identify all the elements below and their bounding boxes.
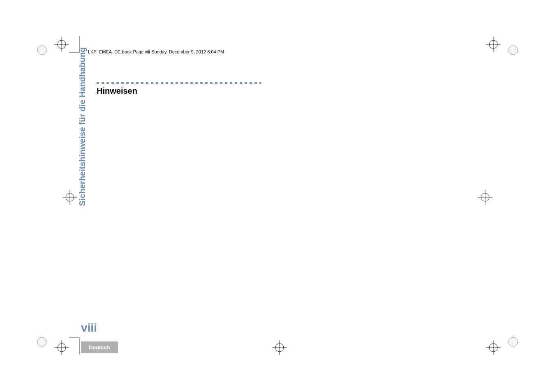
sidebar-title-vertical: Sicherheitshinweise für die Handhabung (78, 47, 87, 206)
crosshair-icon (477, 189, 493, 205)
page-number: viii (81, 321, 97, 334)
crosshair-icon (62, 189, 78, 205)
crosshair-icon (485, 339, 502, 356)
registration-mark-icon (507, 336, 519, 348)
svg-point-3 (509, 46, 518, 55)
language-tab: Deutsch (81, 341, 118, 353)
page-container: LKP_EMEA_DE.book Page viii Sunday, Decem… (0, 0, 555, 392)
crosshair-icon (485, 36, 502, 53)
registration-mark-icon (36, 336, 48, 348)
registration-mark-icon (36, 44, 48, 56)
dotted-separator (97, 82, 261, 84)
svg-point-1 (37, 46, 46, 55)
crosshair-icon (53, 339, 70, 356)
svg-point-7 (509, 337, 518, 346)
crosshair-icon (271, 339, 288, 356)
header-filename-text: LKP_EMEA_DE.book Page viii Sunday, Decem… (86, 49, 226, 54)
crosshair-icon (53, 36, 70, 53)
registration-mark-icon (507, 44, 519, 56)
main-heading: Hinweisen (97, 86, 137, 96)
svg-point-5 (37, 337, 46, 346)
